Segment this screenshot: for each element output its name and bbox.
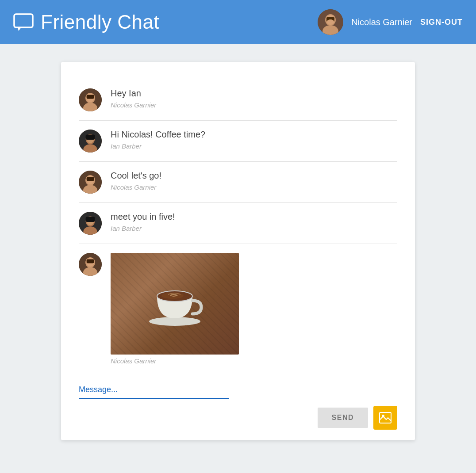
- chat-bubble-icon: [13, 13, 34, 31]
- svg-rect-17: [86, 134, 95, 139]
- coffee-image: [111, 253, 239, 355]
- message-item: Hey IanNicolas Garnier: [79, 80, 397, 121]
- input-underline: [79, 398, 229, 399]
- message-author: Ian Barber: [111, 142, 205, 150]
- message-text: meet you in five!: [111, 212, 175, 222]
- header-user-area: Nicolas Garnier SIGN-OUT: [318, 9, 463, 35]
- svg-rect-22: [87, 177, 94, 181]
- message-content: meet you in five!Ian Barber: [111, 212, 175, 232]
- svg-point-7: [327, 19, 334, 24]
- message-content: Hi Nicolas! Coffee time?Ian Barber: [111, 130, 205, 150]
- image-upload-button[interactable]: [373, 406, 397, 430]
- message-author: Nicolas Garnier: [111, 357, 239, 365]
- message-content: Nicolas Garnier: [111, 253, 239, 365]
- message-author: Ian Barber: [111, 225, 175, 232]
- chat-panel: Hey IanNicolas Garnier Hi Nicolas! Coffe…: [61, 62, 415, 440]
- input-area: SEND: [61, 378, 415, 440]
- message-text: Hey Ian: [111, 88, 156, 99]
- messages-area: Hey IanNicolas Garnier Hi Nicolas! Coffe…: [61, 75, 415, 378]
- sign-out-button[interactable]: SIGN-OUT: [420, 18, 463, 27]
- avatar: [79, 212, 102, 235]
- message-input[interactable]: [79, 385, 397, 394]
- message-author: Nicolas Garnier: [111, 101, 156, 109]
- message-content: Cool let's go!Nicolas Garnier: [111, 171, 161, 191]
- message-item: meet you in five!Ian Barber: [79, 203, 397, 244]
- message-text: Cool let's go!: [111, 171, 161, 181]
- message-author: Nicolas Garnier: [111, 183, 161, 191]
- message-text: Hi Nicolas! Coffee time?: [111, 130, 205, 140]
- main-container: Hey IanNicolas Garnier Hi Nicolas! Coffe…: [0, 44, 476, 458]
- svg-rect-32: [87, 259, 94, 263]
- image-icon: [379, 412, 392, 423]
- avatar: [79, 130, 102, 153]
- message-item: Nicolas Garnier: [79, 244, 397, 374]
- send-button[interactable]: SEND: [318, 408, 368, 428]
- user-name: Nicolas Garnier: [351, 17, 412, 27]
- avatar: [318, 9, 343, 35]
- app-title: Friendly Chat: [41, 11, 159, 33]
- svg-rect-27: [86, 217, 95, 221]
- message-content: Hey IanNicolas Garnier: [111, 88, 156, 109]
- svg-rect-12: [87, 95, 94, 99]
- svg-rect-0: [14, 14, 33, 27]
- message-item: Hi Nicolas! Coffee time?Ian Barber: [79, 121, 397, 162]
- avatar: [79, 171, 102, 194]
- avatar: [79, 88, 102, 111]
- logo-area: Friendly Chat: [13, 11, 318, 33]
- input-actions: SEND: [79, 406, 397, 430]
- app-header: Friendly Chat Nicolas Garnier SIGN-OUT: [0, 0, 476, 44]
- svg-marker-1: [18, 27, 21, 31]
- avatar: [79, 253, 102, 276]
- message-item: Cool let's go!Nicolas Garnier: [79, 162, 397, 203]
